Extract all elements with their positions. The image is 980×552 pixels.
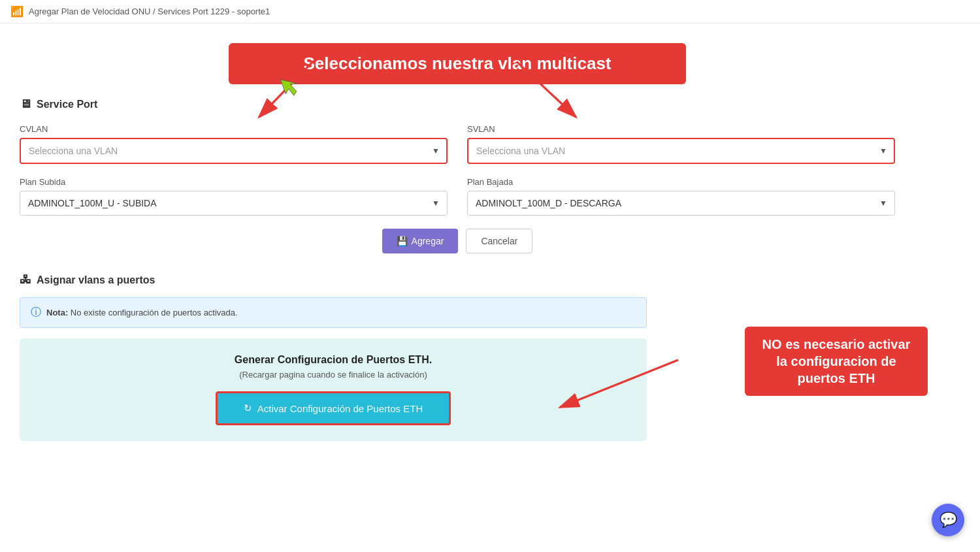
plan-subida-select[interactable]: ADMINOLT_100M_U - SUBIDA [20, 191, 448, 216]
plan-subida-select-wrapper: ADMINOLT_100M_U - SUBIDA ▼ [20, 191, 448, 216]
vlan-row: CVLAN Selecciona una VLAN ▼ SVLAN Selecc… [20, 124, 895, 164]
svlan-select-wrapper: Selecciona una VLAN ▼ [467, 138, 895, 164]
action-buttons: 💾 Agregar Cancelar [20, 229, 895, 253]
activate-button[interactable]: ↻ Activar Configuración de Puertos ETH [216, 391, 451, 425]
svlan-group: SVLAN Selecciona una VLAN ▼ [467, 124, 895, 164]
info-icon: ⓘ [31, 306, 41, 319]
note-box: ⓘ Nota: No existe configuración de puert… [20, 297, 647, 328]
breadcrumb: Agregar Plan de Velocidad ONU / Services… [29, 7, 270, 16]
plan-subida-group: Plan Subida ADMINOLT_100M_U - SUBIDA ▼ [20, 177, 448, 216]
config-box: Generar Configuracion de Puertos ETH. (R… [20, 338, 647, 441]
cvlan-label: CVLAN [20, 124, 448, 134]
plan-bajada-label: Plan Bajada [467, 177, 895, 187]
plan-bajada-select[interactable]: ADMINOLT_100M_D - DESCARGA [467, 191, 895, 216]
agregar-button[interactable]: 💾 Agregar [382, 229, 459, 253]
svlan-select[interactable]: Selecciona una VLAN [467, 138, 895, 164]
database-icon: 🖥 [20, 97, 31, 111]
cvlan-select[interactable]: Selecciona una VLAN [20, 138, 448, 164]
cvlan-select-wrapper: Selecciona una VLAN ▼ [20, 138, 448, 164]
cancelar-button[interactable]: Cancelar [466, 229, 532, 253]
assign-vlans-header: 🖧 Asignar vlans a puertos [20, 273, 895, 287]
annotation-side: NO es necesario activarla configuracion … [745, 327, 928, 396]
plan-bajada-select-wrapper: ADMINOLT_100M_D - DESCARGA ▼ [467, 191, 895, 216]
assign-vlans-title: Asignar vlans a puertos [37, 274, 155, 286]
plan-subida-label: Plan Subida [20, 177, 448, 187]
refresh-icon: ↻ [244, 402, 252, 414]
plan-row: Plan Subida ADMINOLT_100M_U - SUBIDA ▼ P… [20, 177, 895, 216]
wifi-icon: 📶 [10, 5, 24, 18]
server-icon: 🖧 [20, 273, 31, 287]
cvlan-group: CVLAN Selecciona una VLAN ▼ [20, 124, 448, 164]
note-content: Nota: No existe configuración de puertos… [46, 308, 238, 317]
note-text: No existe configuración de puertos activ… [71, 308, 238, 317]
config-box-subtitle: (Recargar pagina cuando se finalice la a… [35, 370, 631, 380]
service-port-title: Service Port [37, 99, 97, 110]
note-bold: Nota: [46, 308, 68, 317]
top-bar: 📶 Agregar Plan de Velocidad ONU / Servic… [0, 0, 980, 24]
config-box-title: Generar Configuracion de Puertos ETH. [35, 354, 631, 366]
service-port-section-header: 🖥 Service Port [20, 97, 895, 111]
plan-bajada-group: Plan Bajada ADMINOLT_100M_D - DESCARGA ▼ [467, 177, 895, 216]
svlan-label: SVLAN [467, 124, 895, 134]
annotation-banner: Seleccionamos nuestra vlan multicast [229, 43, 686, 84]
save-icon: 💾 [397, 236, 408, 246]
